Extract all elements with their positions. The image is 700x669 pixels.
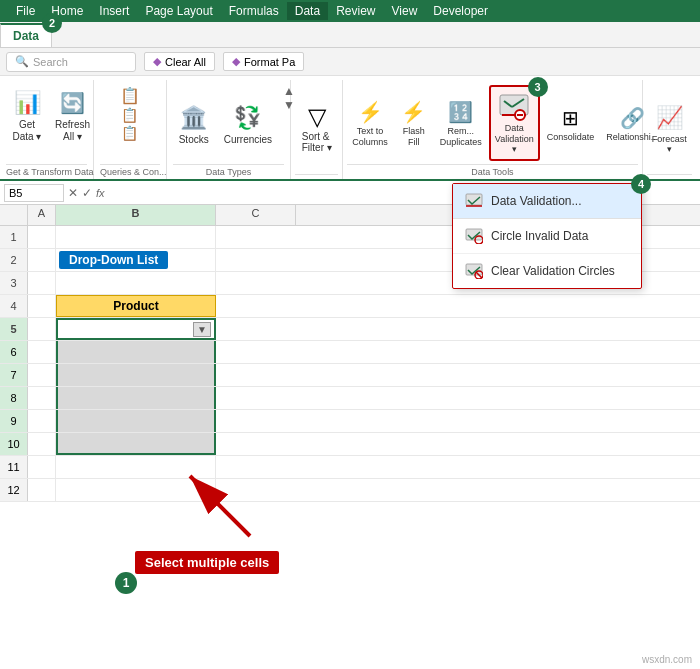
cell[interactable] [28, 479, 56, 501]
cell[interactable] [216, 295, 296, 317]
dv-menu-item-clear[interactable]: Clear Validation Circles [453, 254, 641, 288]
group-label-queries: Queries & Con... [100, 164, 160, 179]
group-data-types: 🏛️ Stocks 💱 Currencies ▲▼ Data Types [167, 80, 292, 179]
cell-b8[interactable] [56, 387, 216, 409]
cell-product-header[interactable]: Product [56, 295, 216, 317]
get-data-label: GetData ▾ [13, 119, 42, 143]
formula-fx-icon[interactable]: fx [96, 187, 105, 199]
dropdown-arrow-icon[interactable]: ▼ [193, 322, 211, 337]
row-num: 10 [0, 433, 28, 455]
cell-reference[interactable]: B5 [4, 184, 64, 202]
dv-menu-item-circle[interactable]: Circle Invalid Data [453, 219, 641, 254]
format-pa-icon: ◆ [232, 55, 240, 68]
cell[interactable] [216, 226, 296, 248]
row-num: 5 [0, 318, 28, 340]
group-sort-filter: ▽ Sort &Filter ▾ [291, 80, 343, 179]
formula-cancel-icon[interactable]: ✕ [68, 186, 78, 200]
menu-bar: File Home Insert Page Layout Formulas Da… [0, 0, 700, 22]
cell[interactable] [216, 318, 296, 340]
stocks-button[interactable]: 🏛️ Stocks [173, 97, 215, 150]
consolidate-button[interactable]: ⊞ Consolidate [542, 99, 600, 147]
watermark: wsxdn.com [642, 654, 692, 665]
cell[interactable] [216, 249, 296, 271]
forecast-icon: 📈 [653, 102, 685, 134]
cell-dropdown-list[interactable]: Drop-Down List [56, 249, 216, 271]
cell[interactable] [216, 387, 296, 409]
cell[interactable] [56, 226, 216, 248]
dv-menu-item-validation[interactable]: Data Validation... [453, 184, 641, 219]
currencies-button[interactable]: 💱 Currencies [219, 97, 277, 150]
group-queries: 📋 📋 📋 Queries & Con... [94, 80, 167, 179]
menu-review[interactable]: Review [328, 2, 383, 20]
menu-data[interactable]: Data [287, 2, 328, 20]
dv-clear-label: Clear Validation Circles [491, 264, 615, 278]
dv-validation-icon [465, 192, 483, 210]
cell[interactable] [216, 341, 296, 363]
refresh-all-button[interactable]: 🔄 RefreshAll ▾ [50, 82, 95, 164]
table-row: 9 [0, 410, 700, 433]
remove-duplicates-button[interactable]: 🔢 Rem...Duplicates [435, 93, 487, 153]
col-header-c[interactable]: C [216, 205, 296, 225]
cell[interactable] [28, 272, 56, 294]
search-placeholder: Search [33, 56, 68, 68]
format-pa-button[interactable]: ◆ Format Pa [223, 52, 304, 71]
flash-fill-button[interactable]: ⚡ FlashFill [395, 93, 433, 153]
table-row: 5 ▼ [0, 318, 700, 341]
group-get-transform: 📊 GetData ▾ 🔄 RefreshAll ▾ Get & Transfo… [4, 80, 94, 179]
svg-rect-10 [466, 229, 482, 240]
ribbon: 📊 GetData ▾ 🔄 RefreshAll ▾ Get & Transfo… [0, 76, 700, 181]
table-row: 8 [0, 387, 700, 410]
row-num: 1 [0, 226, 28, 248]
text-to-columns-button[interactable]: ⚡ Text toColumns [347, 93, 393, 153]
cell[interactable] [56, 272, 216, 294]
format-pa-label: Format Pa [244, 56, 295, 68]
clear-all-label: Clear All [165, 56, 206, 68]
cell[interactable] [216, 433, 296, 455]
cell[interactable] [28, 433, 56, 455]
col-header-b[interactable]: B [56, 205, 216, 225]
cell[interactable] [28, 387, 56, 409]
cell-b9[interactable] [56, 410, 216, 432]
menu-file[interactable]: File [8, 2, 43, 20]
table-row: 4 Product [0, 295, 700, 318]
menu-view[interactable]: View [384, 2, 426, 20]
row-num: 9 [0, 410, 28, 432]
sort-filter-button[interactable]: ▽ Sort &Filter ▾ [298, 99, 336, 157]
data-validation-label: DataValidation ▾ [495, 123, 534, 155]
cell[interactable] [28, 318, 56, 340]
sort-filter-label: Sort &Filter ▾ [302, 131, 332, 153]
cell[interactable] [28, 456, 56, 478]
cell[interactable] [28, 226, 56, 248]
clear-all-button[interactable]: ◆ Clear All [144, 52, 215, 71]
search-box[interactable]: 🔍 Search [6, 52, 136, 72]
table-row: 10 [0, 433, 700, 456]
cell-b7[interactable] [56, 364, 216, 386]
cell[interactable] [216, 364, 296, 386]
table-row: 6 [0, 341, 700, 364]
table-row: 7 [0, 364, 700, 387]
col-header-a[interactable]: A [28, 205, 56, 225]
dv-clear-icon [465, 262, 483, 280]
data-validation-button[interactable]: DataValidation ▾ 3 [489, 85, 540, 161]
select-multiple-label: Select multiple cells [135, 551, 279, 574]
menu-page-layout[interactable]: Page Layout [137, 2, 220, 20]
row-num: 7 [0, 364, 28, 386]
menu-insert[interactable]: Insert [91, 2, 137, 20]
get-data-button[interactable]: 📊 GetData ▾ [6, 82, 48, 164]
queries-icon2: 📋 [100, 107, 160, 123]
cell[interactable] [28, 341, 56, 363]
group-label-data-tools: Data Tools [347, 164, 637, 179]
cell-b5-selected[interactable]: ▼ [56, 318, 216, 340]
cell[interactable] [216, 410, 296, 432]
menu-formulas[interactable]: Formulas [221, 2, 287, 20]
cell[interactable] [28, 295, 56, 317]
cell-b10[interactable] [56, 433, 216, 455]
cell[interactable] [28, 364, 56, 386]
formula-confirm-icon[interactable]: ✓ [82, 186, 92, 200]
cell[interactable] [216, 272, 296, 294]
menu-developer[interactable]: Developer [425, 2, 496, 20]
cell-b6[interactable] [56, 341, 216, 363]
cell[interactable] [28, 249, 56, 271]
forecast-button[interactable]: 📈 Forecast ▾ [647, 98, 692, 158]
cell[interactable] [28, 410, 56, 432]
